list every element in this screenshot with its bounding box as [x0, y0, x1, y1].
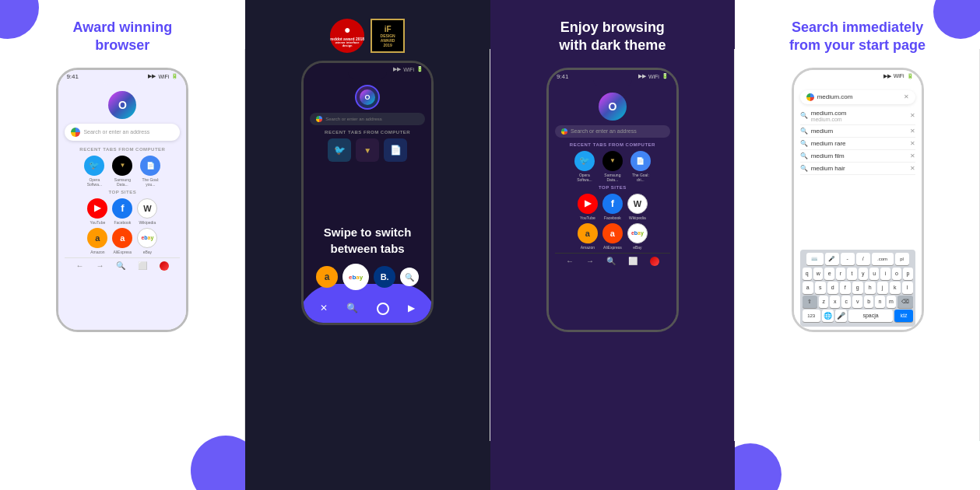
result-close-2[interactable]: ✕ — [910, 140, 915, 147]
phone3-amazon[interactable]: a Amazon — [578, 223, 598, 250]
key-mic[interactable]: 🎤 — [825, 253, 839, 265]
site-icon-facebook[interactable]: f Facebook — [112, 198, 132, 225]
key-w[interactable]: w — [813, 268, 823, 280]
key-f[interactable]: f — [840, 282, 851, 294]
key-d[interactable]: d — [827, 282, 838, 294]
phone2-tab2[interactable]: ▼ — [356, 138, 379, 162]
key-space[interactable]: spacja — [848, 310, 894, 322]
key-o[interactable]: o — [892, 268, 901, 280]
site-icon-vanta[interactable]: ▼ Samsung Data... — [111, 156, 134, 187]
amazon-label: Amazon — [90, 250, 104, 254]
search-result-icon-0: 🔍 — [800, 112, 808, 119]
floating-booking: B. — [374, 266, 395, 288]
key-e[interactable]: e — [824, 268, 834, 280]
phone2-tab3[interactable]: 📄 — [384, 138, 407, 162]
key-k[interactable]: k — [890, 282, 901, 294]
key-a[interactable]: a — [803, 282, 813, 294]
wikipedia-icon: W — [137, 198, 157, 219]
key-i[interactable]: i — [880, 268, 890, 280]
ctrl-close[interactable]: ✕ — [320, 303, 328, 315]
nav3-tabs[interactable]: ⬜ — [628, 257, 638, 265]
key-x[interactable]: x — [830, 296, 839, 308]
key-t[interactable]: t — [847, 268, 856, 280]
nav3-opera[interactable] — [650, 257, 659, 266]
result-item-0[interactable]: 🔍 medium.com medium.com ✕ — [800, 107, 915, 125]
phone3-search-bar[interactable]: Search or enter an address — [555, 125, 670, 138]
ctrl-home[interactable] — [377, 303, 389, 315]
key-backspace[interactable]: ⌫ — [897, 296, 912, 308]
ctrl-play[interactable]: ▶ — [408, 303, 415, 315]
site-icon-ebay[interactable]: ebay eBay — [137, 228, 157, 254]
ctrl-search[interactable]: 🔍 — [346, 303, 358, 315]
phone4-search-bar[interactable]: medium.com ✕ — [800, 90, 915, 104]
phone2-tab1[interactable]: 🐦 — [328, 138, 351, 162]
site-icon-aliexpress[interactable]: a AliExpress — [112, 228, 132, 254]
site-icon-amazon[interactable]: a Amazon — [87, 228, 107, 254]
panel-1-title: Award winning browser — [73, 19, 173, 55]
phone3-facebook[interactable]: f Facebook — [602, 194, 623, 220]
key-p[interactable]: p — [903, 268, 912, 280]
blob-bl — [735, 443, 782, 490]
key-mic-bottom[interactable]: 🎤 — [835, 310, 847, 322]
nav3-back[interactable]: ← — [566, 257, 574, 265]
phone3-icon-docs[interactable]: 📄 The Goal: dri... — [629, 151, 652, 182]
result-item-1[interactable]: 🔍 medium ✕ — [800, 125, 915, 138]
key-n[interactable]: n — [875, 296, 884, 308]
key-c[interactable]: c — [841, 296, 851, 308]
key-b[interactable]: b — [864, 296, 873, 308]
key-v[interactable]: v — [852, 296, 862, 308]
nav-forward-icon[interactable]: → — [96, 261, 104, 270]
site-icon-youtube[interactable]: ▶ YouTube — [87, 198, 107, 225]
site-icon-wikipedia[interactable]: W Wikipedia — [137, 198, 157, 225]
key-special-1[interactable]: ⌨️ — [806, 253, 824, 265]
phone3-aliexpress[interactable]: a AliExpress — [602, 223, 623, 250]
nav-back-icon[interactable]: ← — [76, 261, 83, 270]
key-y[interactable]: y — [859, 268, 868, 280]
key-h[interactable]: h — [865, 282, 876, 294]
nav-tabs-icon[interactable]: ⬜ — [138, 261, 147, 270]
phone4-clear-icon[interactable]: ✕ — [904, 93, 909, 100]
key-g[interactable]: g — [852, 282, 863, 294]
phone3-wikipedia[interactable]: W Wikipedia — [627, 194, 648, 220]
nav3-search[interactable]: 🔍 — [606, 257, 616, 265]
phone2-opera-logo: O — [355, 85, 380, 110]
keyboard[interactable]: ⌨️ 🎤 - / .com pl q w e r t y — [800, 250, 915, 327]
phone3-youtube[interactable]: ▶ YouTube — [578, 194, 598, 220]
key-dash[interactable]: - — [841, 253, 855, 265]
key-dotcom[interactable]: .com — [872, 253, 894, 265]
result-item-4[interactable]: 🔍 medium hair ✕ — [800, 163, 915, 175]
key-slash[interactable]: / — [856, 253, 870, 265]
result-close-4[interactable]: ✕ — [910, 165, 915, 172]
result-item-3[interactable]: 🔍 medium film ✕ — [800, 150, 915, 163]
phone3-ebay[interactable]: ebay eBay — [627, 223, 648, 250]
key-pl[interactable]: pl — [895, 253, 909, 265]
phone3-icon-vanta[interactable]: ▼ Samsung Data... — [601, 151, 624, 182]
nav3-forward[interactable]: → — [586, 257, 594, 265]
result-close-3[interactable]: ✕ — [910, 152, 915, 159]
nav-opera-icon[interactable] — [160, 261, 169, 271]
key-j[interactable]: j — [877, 282, 888, 294]
key-123[interactable]: 123 — [803, 310, 820, 322]
result-close-0[interactable]: ✕ — [910, 112, 915, 119]
phone2-google-icon — [316, 116, 322, 122]
key-s[interactable]: s — [815, 282, 826, 294]
site-icon-docs[interactable]: 📄 The Goal: you... — [139, 156, 162, 187]
nav-search-icon[interactable]: 🔍 — [116, 261, 125, 270]
phone3-icon-twitter[interactable]: 🐦 Opera Softwa... — [573, 151, 596, 182]
key-m[interactable]: m — [887, 296, 896, 308]
key-globe[interactable]: 🌐 — [822, 310, 834, 322]
phone1-search-bar[interactable]: Search or enter an address — [65, 124, 180, 141]
panel-swipe: ● reddot award 2018 winner interface des… — [245, 0, 490, 490]
key-shift[interactable]: ⇧ — [803, 296, 817, 308]
key-u[interactable]: u — [869, 268, 879, 280]
vanta-icon: ▼ — [112, 156, 132, 176]
result-close-1[interactable]: ✕ — [910, 128, 915, 135]
key-z[interactable]: z — [819, 296, 828, 308]
key-go[interactable]: idź — [894, 310, 912, 322]
result-item-2[interactable]: 🔍 medium rare ✕ — [800, 138, 915, 150]
key-r[interactable]: r — [836, 268, 845, 280]
site-icon-twitter[interactable]: 🐦 Opera Softwa... — [83, 156, 106, 187]
phone2-url-bar[interactable]: Search or enter an address — [310, 113, 425, 125]
key-q[interactable]: q — [803, 268, 812, 280]
key-l[interactable]: l — [902, 282, 913, 294]
